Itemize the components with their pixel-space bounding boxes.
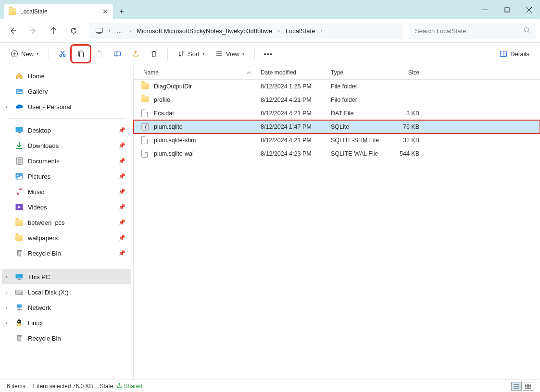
new-button[interactable]: New ▾ [6, 46, 44, 61]
nav-row: › … › Microsoft.MicrosoftStickyNotes_8we… [0, 19, 540, 42]
folder-icon [15, 234, 23, 242]
column-date[interactable]: Date modified [261, 69, 331, 76]
details-view-toggle[interactable] [511, 382, 522, 391]
sort-asc-icon [247, 71, 251, 74]
sidebar-item-recycle-bin[interactable]: Recycle Bin [2, 331, 131, 346]
pin-icon: 📌 [118, 219, 126, 226]
close-window-button[interactable] [518, 0, 540, 19]
file-row[interactable]: plum.sqlite8/12/2024 1:47 PMSQLite76 KB [134, 120, 540, 134]
column-name[interactable]: Name [141, 69, 261, 76]
svg-point-30 [17, 90, 19, 92]
pc-icon[interactable] [92, 24, 106, 37]
paste-button[interactable] [90, 46, 108, 61]
network-icon [15, 304, 23, 311]
search-box[interactable] [409, 23, 536, 39]
sidebar-item-desktop[interactable]: Desktop📌 [2, 122, 131, 138]
close-tab-icon[interactable]: ✕ [102, 8, 108, 15]
back-button[interactable] [4, 22, 22, 39]
chevron-right-icon[interactable]: › [319, 28, 325, 34]
expand-icon[interactable]: › [6, 320, 7, 326]
file-row[interactable]: DiagOutputDir8/12/2024 1:25 PMFile folde… [134, 80, 540, 93]
rename-button[interactable] [109, 46, 126, 61]
pin-icon: 📌 [118, 204, 126, 210]
cut-button[interactable] [54, 46, 71, 61]
file-row[interactable]: profile8/12/2024 4:21 PMFile folder [134, 93, 540, 107]
breadcrumb[interactable]: › … › Microsoft.MicrosoftStickyNotes_8we… [88, 23, 403, 39]
sidebar-item-wallpapers[interactable]: wallpapers📌 [2, 230, 131, 245]
chevron-right-icon[interactable]: › [127, 28, 133, 34]
expand-icon[interactable]: › [6, 104, 7, 110]
folder-icon [141, 83, 150, 90]
svg-rect-54 [17, 335, 22, 336]
file-type: File folder [331, 97, 389, 103]
breadcrumb-overflow[interactable]: … [113, 27, 126, 35]
selection-info: 1 item selected 76.0 KB [32, 383, 93, 390]
minimize-button[interactable] [474, 0, 496, 19]
column-size[interactable]: Size [389, 69, 423, 76]
forward-button[interactable] [24, 22, 42, 39]
sidebar-home[interactable]: Home [2, 68, 131, 84]
view-button[interactable]: View ▾ [211, 46, 250, 61]
share-button[interactable] [127, 46, 144, 61]
chevron-down-icon: ▾ [202, 51, 205, 56]
expand-icon[interactable]: › [6, 274, 7, 280]
column-type[interactable]: Type [331, 69, 389, 76]
sidebar-item-label: Network [28, 304, 51, 311]
file-row[interactable]: plum.sqlite-wal8/12/2024 4:23 PMSQLITE-W… [134, 147, 540, 160]
sidebar-item-music[interactable]: Music📌 [2, 184, 131, 199]
icons-view-toggle[interactable] [523, 382, 533, 391]
copy-button[interactable] [72, 46, 89, 61]
pin-icon: 📌 [118, 158, 126, 164]
titlebar: LocalState ✕ + [0, 0, 540, 19]
refresh-button[interactable] [64, 22, 83, 39]
sidebar-item-label: Linux [28, 319, 43, 327]
sidebar-gallery[interactable]: Gallery [2, 84, 131, 99]
sidebar-item-local-disk-x-[interactable]: ›Local Disk (X:) [2, 284, 131, 300]
sidebar-item-this-pc[interactable]: ›This PC [2, 269, 131, 284]
svg-line-10 [528, 31, 530, 33]
sidebar-item-linux[interactable]: ›Linux [2, 315, 131, 331]
window-tab[interactable]: LocalState ✕ [4, 4, 113, 19]
svg-rect-32 [18, 132, 21, 133]
sidebar-item-videos[interactable]: Videos📌 [2, 199, 131, 215]
file-type: SQLite [331, 123, 389, 130]
sort-button[interactable]: Sort ▾ [173, 46, 210, 61]
plus-circle-icon [11, 50, 18, 58]
file-row[interactable]: Ecs.dat8/12/2024 4:21 PMDAT File3 KB [134, 107, 540, 120]
sidebar-user[interactable]: ›User - Personal [2, 99, 131, 114]
sidebar-item-network[interactable]: ›Network [2, 300, 131, 315]
expand-icon[interactable]: › [6, 305, 7, 310]
delete-button[interactable] [145, 46, 163, 61]
pin-icon: 📌 [118, 188, 126, 195]
svg-rect-45 [16, 290, 23, 294]
breadcrumb-item[interactable]: Microsoft.MicrosoftStickyNotes_8wekyb3d8… [134, 25, 275, 37]
sqlite-icon [141, 123, 150, 131]
up-button[interactable] [44, 22, 63, 39]
svg-rect-42 [17, 250, 22, 251]
column-headers: Name Date modified Type Size [134, 65, 540, 80]
sidebar-item-documents[interactable]: Documents📌 [2, 153, 131, 169]
pin-icon: 📌 [118, 173, 126, 180]
new-tab-button[interactable]: + [113, 4, 130, 19]
maximize-button[interactable] [496, 0, 518, 19]
svg-point-53 [20, 321, 21, 322]
search-icon[interactable] [524, 27, 530, 35]
expand-icon[interactable]: › [6, 290, 7, 295]
recycle-icon [15, 334, 23, 342]
view-label: View [226, 50, 239, 58]
chevron-right-icon[interactable]: › [107, 28, 113, 34]
copy-icon [77, 50, 85, 58]
file-date: 8/12/2024 4:23 PM [261, 150, 331, 157]
sidebar-item-downloads[interactable]: Downloads📌 [2, 138, 131, 153]
chevron-right-icon[interactable]: › [276, 28, 282, 34]
file-row[interactable]: plum.sqlite-shm8/12/2024 4:21 PMSQLITE-S… [134, 134, 540, 147]
more-button[interactable]: ••• [260, 46, 277, 61]
search-input[interactable] [415, 27, 524, 35]
sidebar-item-between-pcs[interactable]: between_pcs📌 [2, 215, 131, 230]
share-icon [116, 383, 122, 389]
sidebar-item-pictures[interactable]: Pictures📌 [2, 169, 131, 184]
breadcrumb-item[interactable]: LocalState [283, 25, 318, 37]
details-pane-button[interactable]: Details [495, 46, 534, 61]
sidebar-item-label: Local Disk (X:) [28, 289, 69, 296]
sidebar-item-recycle-bin[interactable]: Recycle Bin📌 [2, 245, 131, 261]
